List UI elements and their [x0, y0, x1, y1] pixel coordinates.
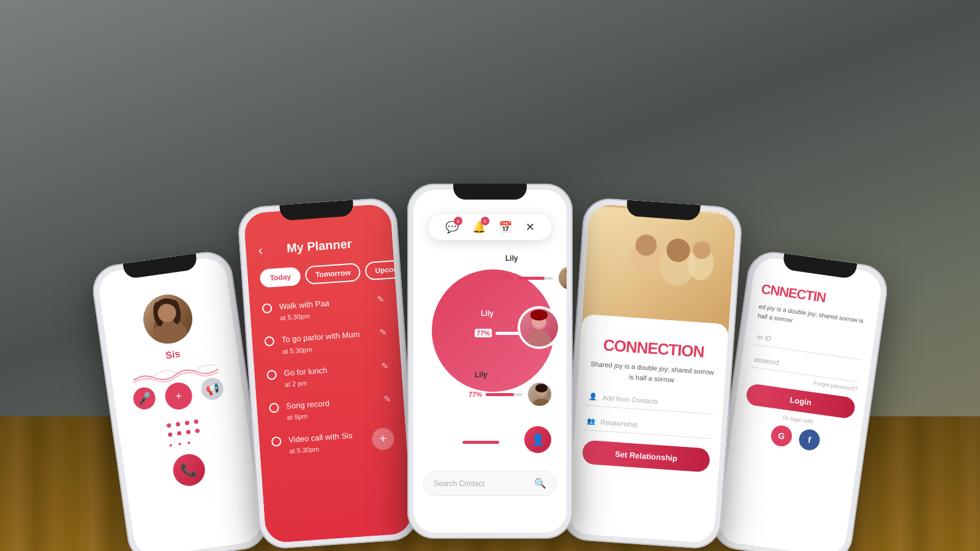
- phone-3-inner: 💬 0 🔔 0 📅 ✕ Lily 77: [413, 190, 567, 533]
- connections-content: 💬 0 🔔 0 📅 ✕ Lily 77: [413, 190, 567, 533]
- relationship-field[interactable]: 👥 Relationship: [584, 412, 713, 439]
- phone-2-inner: ‹ My Planner Today Tomorrow Upcoming Wal…: [243, 203, 413, 543]
- calendar-icon[interactable]: 📅: [499, 220, 512, 234]
- profile-photo: [581, 203, 736, 335]
- item-checkbox[interactable]: [264, 336, 274, 347]
- item-checkbox[interactable]: [262, 303, 273, 313]
- connection-name: Lily: [481, 309, 494, 318]
- item-text: Song recordat 8pm: [286, 395, 378, 424]
- tab-tomorrow[interactable]: Tomorrow: [305, 263, 361, 285]
- bell-badge: 0: [481, 217, 489, 225]
- dot: [168, 432, 173, 437]
- add-item-button[interactable]: +: [371, 427, 394, 450]
- call-screen-content: Sis 🎤 + 📢: [96, 255, 263, 551]
- dot: [176, 422, 181, 427]
- back-button[interactable]: ‹: [257, 242, 263, 258]
- mute-button[interactable]: 🎤: [132, 386, 157, 411]
- chat-badge: 0: [454, 217, 462, 225]
- search-placeholder: Search Contact: [434, 479, 529, 488]
- planner-content: ‹ My Planner Today Tomorrow Upcoming Wal…: [243, 203, 413, 543]
- planner-title: My Planner: [286, 237, 352, 255]
- search-bar: Search Contact 🔍: [423, 471, 557, 496]
- connection-bar-bg: [486, 393, 522, 396]
- facebook-login-button[interactable]: f: [797, 428, 821, 451]
- bell-icon[interactable]: 🔔 0: [472, 220, 486, 234]
- planner-item: Video call with Sisat 5.30pm +: [271, 427, 395, 457]
- call-button[interactable]: 📞: [171, 452, 207, 488]
- phone-4-inner: CONNECTION Shared joy is a double joy; s…: [567, 203, 737, 543]
- add-contacts-field[interactable]: 👤 Add from Contacts: [586, 388, 714, 414]
- edit-icon[interactable]: ✎: [383, 394, 391, 404]
- item-checkbox[interactable]: [269, 403, 279, 413]
- relationship-icon: 👥: [587, 417, 596, 425]
- connection-percent: 77%: [475, 329, 492, 337]
- search-icon[interactable]: 🔍: [534, 478, 546, 489]
- logo-text: CONNECTION: [589, 335, 718, 362]
- connection-bar-bg: [516, 277, 553, 280]
- item-text: Go for lunchat 2 pm: [284, 361, 375, 390]
- dot: [178, 443, 181, 446]
- svg-point-17: [530, 310, 548, 321]
- center-avatar[interactable]: [518, 306, 560, 349]
- login-content: CNNECTIN ed joy is a double joy; shared …: [716, 255, 883, 551]
- planner-item: Song recordat 8pm ✎: [269, 394, 393, 424]
- add-contact-button[interactable]: 👤: [524, 426, 551, 453]
- dialpad: [148, 417, 219, 449]
- edit-icon[interactable]: ✎: [381, 361, 389, 371]
- item-checkbox[interactable]: [271, 436, 282, 446]
- planner-header: ‹ My Planner: [258, 235, 381, 258]
- avatar: [140, 291, 195, 347]
- dot: [177, 431, 182, 436]
- tab-today[interactable]: Today: [260, 267, 301, 288]
- connection-bar-fill: [516, 277, 545, 280]
- phone-connection-profile: CONNECTION Shared joy is a double joy; s…: [560, 197, 743, 550]
- bottom-bar: [462, 441, 499, 444]
- planner-tabs: Today Tomorrow Upcoming: [260, 261, 383, 288]
- svg-rect-22: [582, 206, 737, 333]
- dot: [184, 421, 189, 425]
- chat-icon[interactable]: 💬 0: [445, 220, 459, 234]
- connection-bar-row: 77%: [469, 381, 553, 408]
- profile-content: CONNECTION Shared joy is a double joy; s…: [567, 203, 737, 543]
- phones-container: Sis 🎤 + 📢: [31, 37, 949, 539]
- set-relationship-button[interactable]: Set Relationship: [582, 440, 710, 472]
- dot: [187, 441, 190, 444]
- phone-5-inner: CNNECTIN ed joy is a double joy; shared …: [716, 255, 883, 551]
- close-button[interactable]: ✕: [526, 220, 535, 234]
- edit-icon[interactable]: ✎: [379, 328, 387, 338]
- dot: [194, 419, 198, 424]
- dot: [170, 444, 173, 447]
- item-text: Video call with Sisat 5.30pm: [288, 429, 365, 457]
- planner-item: To go parlor with Mumat 5.30pm ✎: [264, 328, 388, 358]
- contacts-icon: 👤: [589, 392, 598, 401]
- phone-planner: ‹ My Planner Today Tomorrow Upcoming Wal…: [236, 197, 419, 550]
- dot: [195, 429, 200, 433]
- svg-point-19: [532, 399, 551, 408]
- item-text: Walk with Paaat 5.30pm: [279, 295, 371, 324]
- edit-icon[interactable]: ✎: [377, 294, 385, 304]
- caller-name: Sis: [165, 348, 181, 361]
- connection-name: Lily: [505, 254, 518, 263]
- connection-percent: 77%: [499, 274, 513, 282]
- connection-bar-fill: [486, 393, 514, 396]
- planner-item: Walk with Paaat 5.30pm ✎: [262, 294, 385, 324]
- connection-bar-row: 77%: [499, 264, 567, 291]
- google-login-button[interactable]: G: [770, 424, 793, 448]
- add-call-button[interactable]: +: [164, 381, 194, 411]
- phone-1-inner: Sis 🎤 + 📢: [96, 255, 263, 551]
- tab-upcoming[interactable]: Upcoming: [364, 258, 413, 280]
- connection-avatar[interactable]: [557, 264, 567, 291]
- svg-point-15: [527, 330, 551, 349]
- planner-item: Go for lunchat 2 pm ✎: [266, 361, 390, 391]
- item-text: To go parlor with Mumat 5.30pm: [281, 328, 373, 357]
- svg-point-21: [535, 384, 548, 392]
- dot: [167, 423, 172, 428]
- item-checkbox[interactable]: [266, 370, 277, 380]
- connection-name: Lily: [475, 370, 488, 379]
- connection-item: Lily 77%: [469, 370, 553, 408]
- speaker-button[interactable]: 📢: [200, 377, 225, 402]
- connection-avatar[interactable]: [526, 381, 553, 408]
- connection-percent: 77%: [469, 391, 482, 398]
- phone-connections: 💬 0 🔔 0 📅 ✕ Lily 77: [407, 184, 573, 539]
- connection-item: Lily 77%: [499, 254, 567, 291]
